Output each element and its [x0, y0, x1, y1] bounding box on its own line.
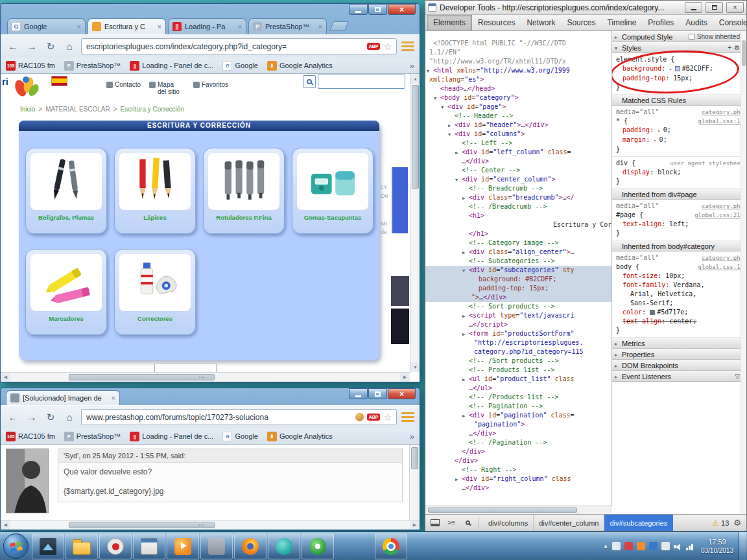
page-vertical-scrollbar[interactable] — [409, 445, 420, 520]
expand-arrow-icon[interactable]: ▶ — [462, 412, 465, 421]
dom-tree-node[interactable]: ▶<ul id="product_list" class — [425, 375, 611, 384]
site-logo-icon[interactable] — [12, 74, 42, 102]
dom-tree-node[interactable]: <!-- Header --> — [425, 111, 611, 121]
dom-tree-node[interactable]: ▼<div id="columns"> — [425, 130, 611, 139]
css-property[interactable]: font-family: Verdana, — [616, 281, 744, 290]
dom-tree-node[interactable]: Escritura y Cor — [425, 220, 611, 229]
dom-tree-node[interactable]: ▶<script type="text/javascri — [425, 311, 611, 320]
taskbar-app-utility[interactable] — [200, 533, 233, 559]
bookmark-google-analytics[interactable]: ▮Google Analytics — [267, 61, 333, 71]
devtools-titlebar[interactable]: Developer Tools - http://escriptoriesplu… — [425, 1, 746, 15]
dom-tree-node[interactable]: ▼<div id="page"> — [425, 102, 611, 111]
dom-tree-node[interactable]: <!-- /Sort products --> — [425, 356, 611, 366]
browser-tab[interactable]: GGoogle× — [7, 18, 86, 34]
tray-icon-3[interactable] — [637, 542, 645, 550]
styles-section-properties[interactable]: ▸Properties — [612, 349, 746, 360]
taskbar-app-photo-viewer[interactable] — [32, 533, 64, 559]
css-property[interactable]: font-size: 10px; — [616, 272, 744, 281]
minimize-button[interactable] — [349, 388, 368, 399]
site-nav-favoritos[interactable]: Favoritos — [193, 81, 231, 88]
devtools-tab-network[interactable]: Network — [521, 15, 561, 30]
dom-tree-node[interactable]: ▶<div id="pagination" class= — [425, 411, 611, 420]
tab-close-icon[interactable]: × — [112, 394, 115, 402]
taskbar-app-firefox[interactable] — [234, 533, 267, 559]
css-property[interactable]: display: block; — [616, 168, 744, 177]
search-button[interactable] — [303, 75, 316, 88]
breadcrumb-item-div-subcategories[interactable]: div#subcategories — [604, 515, 673, 531]
menu-button[interactable] — [401, 41, 414, 51]
taskbar-app-chat-green[interactable] — [268, 533, 300, 559]
css-property[interactable]: text-align: center; — [616, 317, 744, 326]
expand-arrow-icon[interactable]: ▶ — [462, 375, 465, 384]
breadcrumb-level1[interactable]: MATERIAL ESCOLAR — [45, 106, 110, 113]
taskbar-app-chrome[interactable] — [375, 533, 407, 559]
dom-tree-node[interactable]: category.php?id_category=115 — [425, 347, 611, 356]
css-rule[interactable]: category.phpmedia="all"global.css:11* {p… — [612, 106, 746, 157]
scrollbar-thumb[interactable] — [412, 85, 419, 189]
right-column-cover[interactable] — [391, 276, 409, 306]
warning-counter[interactable]: ⚠ 13 — [712, 519, 729, 528]
taskbar-app-media-orange[interactable] — [167, 533, 199, 559]
expand-arrow-icon[interactable]: ▶ — [462, 248, 465, 257]
dom-tree-node[interactable]: </div> — [425, 447, 611, 456]
dom-tree-node[interactable]: ▶<div class="breadcrumb">…</ — [425, 193, 611, 202]
tray-network[interactable] — [686, 542, 693, 550]
collapse-arrow-icon[interactable]: ▼ — [427, 67, 429, 76]
window-titlebar[interactable]: × — [1, 4, 420, 17]
css-property[interactable]: text-align: left; — [616, 220, 744, 229]
bookmark-prestashop[interactable]: PPrestaShop™ — [64, 432, 121, 441]
url-text[interactable]: www.prestashop.com/forums/topic/170273-s… — [86, 413, 352, 422]
filter-icon[interactable]: ▽ — [735, 371, 740, 382]
dom-tree-node[interactable]: <!-- /Pagination --> — [425, 438, 611, 447]
tray-icon-2[interactable] — [624, 542, 633, 550]
dom-tree-node[interactable]: <!-- /Products list --> — [425, 393, 611, 402]
address-bar[interactable]: escriptoriesplugues.com/index/category.p… — [81, 38, 397, 54]
bookmark-star-icon[interactable]: ☆ — [383, 412, 392, 423]
tray-hidden-icons[interactable]: ▲ — [603, 543, 608, 549]
styles-section-dom-breakpoints[interactable]: ▸DOM Breakpoints — [612, 360, 746, 371]
scrollbar-thumb[interactable] — [411, 447, 418, 469]
dom-tree-node[interactable]: <!-- Breadcrumb --> — [425, 184, 611, 193]
dom-tree-node[interactable]: ▶<form id="productsSortForm" — [425, 329, 611, 338]
scrollbar-thumb[interactable] — [428, 508, 577, 513]
scroll-left-icon[interactable]: ◀ — [1, 373, 10, 382]
dom-tree-node[interactable]: <h1> — [425, 211, 611, 220]
css-rule[interactable]: element.style {background: ▸ #B2CDFF;pad… — [612, 53, 746, 95]
tray-icon-1[interactable] — [612, 542, 621, 550]
bookmark-loading-panel-de-c[interactable]: ||Loading - Panel de c... — [130, 432, 213, 441]
devtools-tab-elements[interactable]: Elements — [427, 15, 472, 30]
site-nav-mapa-del-sitio[interactable]: Mapa del sitio — [149, 81, 184, 95]
scroll-up-icon[interactable]: ▲ — [410, 74, 420, 84]
close-button[interactable]: × — [388, 4, 416, 15]
stylesheet-link[interactable]: global.css:11 — [698, 117, 744, 126]
section-arrow-icon[interactable]: ▸ — [615, 350, 617, 360]
css-property[interactable]: margin: ▸ 0; — [616, 135, 744, 145]
start-button[interactable] — [3, 533, 29, 559]
search-input[interactable] — [318, 75, 405, 89]
dom-tree-node[interactable]: <!-- Center --> — [425, 166, 611, 175]
dom-tree-node[interactable]: …</div> — [425, 429, 611, 438]
section-arrow-icon[interactable]: ▸ — [615, 361, 617, 371]
show-inherited-checkbox[interactable] — [689, 34, 694, 40]
category-card-boligrafos-plumas[interactable]: Boligrafos, Plumas — [25, 148, 107, 234]
bookmarks-overflow-chevron[interactable]: » — [410, 432, 414, 441]
styles-section-metrics[interactable]: ▸Metrics — [612, 338, 746, 349]
css-property[interactable]: padding-top: 15px; — [616, 74, 744, 83]
dom-tree-node[interactable]: 1.1//EN" — [425, 48, 611, 57]
dom-tree-node[interactable]: </div> — [425, 456, 611, 465]
stylesheet-link[interactable]: global.css:219 — [694, 211, 744, 220]
dom-tree-node[interactable]: …</ul> — [425, 384, 611, 393]
close-button[interactable]: × — [388, 388, 416, 399]
site-nav-contacto[interactable]: Contacto — [106, 81, 144, 88]
scrollbar-thumb[interactable] — [742, 40, 746, 66]
bookmark-rac105-fm[interactable]: 105RAC105 fm — [6, 432, 55, 441]
devtools-tab-sources[interactable]: Sources — [561, 15, 601, 30]
bookmark-prestashop[interactable]: PPrestaShop™ — [64, 61, 121, 71]
reload-button[interactable]: ↻ — [43, 410, 58, 425]
dom-tree-node[interactable]: "http://www.w3.org/TR/xhtml11/DTD/x — [425, 57, 611, 66]
dom-tree-node[interactable]: <!-- Right --> — [425, 465, 611, 474]
tab-close-icon[interactable]: × — [77, 23, 81, 30]
tree-horizontal-scrollbar[interactable] — [425, 506, 612, 514]
dom-tree-node[interactable]: ▶<div class="align_center">… — [425, 248, 611, 257]
bookmark-google[interactable]: GGoogle — [222, 61, 257, 71]
